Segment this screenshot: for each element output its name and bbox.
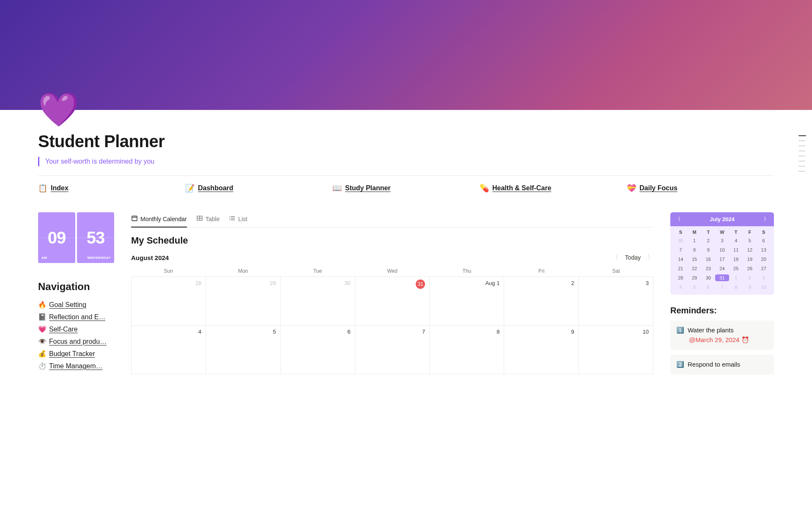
mini-cal-day[interactable]: 29 (688, 274, 702, 281)
mini-cal-day[interactable]: 7 (674, 247, 688, 253)
mini-cal-day[interactable]: 8 (688, 247, 702, 253)
schedule-prev-icon[interactable]: 〈 (612, 254, 618, 261)
mini-cal-day[interactable]: 5 (743, 237, 757, 244)
nav-row-icon: 💰 (38, 350, 47, 358)
top-nav-item[interactable]: 📖Study Planner (332, 184, 480, 193)
top-nav-item[interactable]: 💝Daily Focus (627, 184, 774, 193)
calendar-cell[interactable]: 3 (579, 277, 653, 326)
svg-point-9 (230, 218, 230, 219)
mini-cal-day[interactable]: 21 (674, 265, 688, 272)
reminder-date: @March 29, 2024 ⏰ (689, 335, 768, 345)
calendar-cell[interactable]: 31 (355, 277, 430, 326)
calendar-cell[interactable]: 6 (281, 326, 355, 374)
mini-cal-day[interactable]: 3 (757, 274, 771, 281)
mini-cal-day[interactable]: 23 (701, 265, 715, 272)
schedule-next-icon[interactable]: 〉 (647, 254, 653, 261)
reminder-card[interactable]: 1️⃣Water the plants@March 29, 2024 ⏰ (670, 321, 774, 350)
nav-row-label: Budget Tracker (49, 350, 95, 358)
calendar-cell[interactable]: 9 (504, 326, 579, 374)
clock-widget: 09 AM 53 WEDNESDAY (38, 212, 114, 263)
mini-cal-day[interactable]: 16 (701, 256, 715, 263)
reminder-text: Respond to emails (688, 360, 740, 370)
mini-cal-next-icon[interactable]: 〉 (764, 216, 769, 223)
mini-cal-prev-icon[interactable]: 〈 (675, 216, 680, 223)
mini-cal-day[interactable]: 4 (674, 284, 688, 290)
mini-cal-day[interactable]: 27 (757, 265, 771, 272)
mini-cal-day[interactable]: 30 (674, 237, 688, 244)
mini-cal-day[interactable]: 8 (729, 284, 743, 290)
mini-cal-day[interactable]: 30 (701, 274, 715, 281)
nav-row-icon: ⏱️ (38, 362, 47, 370)
calendar-cell[interactable]: 28 (132, 277, 206, 326)
calendar-cell[interactable]: 2 (504, 277, 579, 326)
top-nav-item[interactable]: 📝Dashboard (185, 184, 332, 193)
mini-cal-day[interactable]: 14 (674, 256, 688, 263)
nav-row[interactable]: 💰Budget Tracker (38, 348, 114, 360)
calendar-cell[interactable]: 4 (132, 326, 206, 374)
nav-row[interactable]: ⏱️Time Managem… (38, 360, 114, 372)
calendar-cell[interactable]: 7 (355, 326, 430, 374)
mini-cal-day[interactable]: 26 (743, 265, 757, 272)
mini-cal-day[interactable]: 2 (701, 237, 715, 244)
reminder-card[interactable]: 2️⃣Respond to emails (670, 355, 774, 375)
navigation-heading: Navigation (38, 281, 114, 293)
page-title: Student Planner (38, 110, 774, 151)
mini-cal-day[interactable]: 7 (715, 284, 729, 290)
mini-cal-day[interactable]: 10 (757, 284, 771, 290)
page-icon[interactable]: 💜 (38, 90, 79, 129)
mini-cal-day[interactable]: 20 (757, 256, 771, 263)
view-tab[interactable]: Table (196, 212, 219, 227)
calendar-cell[interactable]: 30 (281, 277, 355, 326)
mini-cal-day[interactable]: 24 (715, 265, 729, 272)
mini-cal-day[interactable]: 15 (688, 256, 702, 263)
schedule-today-button[interactable]: Today (625, 254, 641, 261)
calendar-cell[interactable]: Aug 1 (430, 277, 504, 326)
mini-calendar: 〈 July 2024 〉 SMTWTFS3012345678910111213… (670, 212, 774, 295)
nav-row[interactable]: 💗Self-Care (38, 323, 114, 335)
calendar-cell[interactable]: 29 (206, 277, 280, 326)
mini-cal-day[interactable]: 1 (688, 237, 702, 244)
mini-cal-day[interactable]: 3 (715, 237, 729, 244)
mini-cal-day[interactable]: 22 (688, 265, 702, 272)
nav-row[interactable]: 🔥Goal Setting (38, 299, 114, 311)
clock-hour: 09 (48, 228, 66, 247)
mini-cal-dow: S (757, 230, 771, 235)
view-tab[interactable]: List (229, 212, 247, 227)
calendar-cell[interactable]: 5 (206, 326, 280, 374)
nav-emoji-icon: 💝 (627, 184, 636, 193)
quote-block: Your self-worth is determined by you (38, 157, 774, 166)
mini-cal-day[interactable]: 18 (729, 256, 743, 263)
mini-cal-day[interactable]: 12 (743, 247, 757, 253)
mini-cal-day[interactable]: 9 (743, 284, 757, 290)
mini-cal-day[interactable]: 13 (757, 247, 771, 253)
mini-cal-day[interactable]: 11 (729, 247, 743, 253)
schedule-title: My Schedule (131, 235, 653, 246)
mini-cal-day[interactable]: 17 (715, 256, 729, 263)
calendar-day-number: 2 (571, 280, 574, 286)
svg-point-8 (230, 216, 230, 217)
navigation-list: 🔥Goal Setting📓Reflection and E…💗Self-Car… (38, 299, 114, 372)
nav-row-label: Goal Setting (49, 301, 86, 309)
mini-cal-day[interactable]: 25 (729, 265, 743, 272)
mini-cal-day[interactable]: 19 (743, 256, 757, 263)
mini-cal-day[interactable]: 31 (715, 274, 729, 281)
top-nav-item[interactable]: 💊Health & Self-Care (480, 184, 627, 193)
mini-cal-day[interactable]: 6 (757, 237, 771, 244)
outline-indicator[interactable] (798, 135, 806, 172)
mini-cal-day[interactable]: 28 (674, 274, 688, 281)
calendar-cell[interactable]: 10 (579, 326, 653, 374)
top-nav-item[interactable]: 📋Index (38, 184, 185, 193)
mini-cal-day[interactable]: 10 (715, 247, 729, 253)
view-tab[interactable]: Monthly Calendar (131, 212, 187, 227)
calendar-day-number: 3 (646, 280, 649, 286)
nav-row[interactable]: 👁️Focus and produ… (38, 335, 114, 348)
mini-cal-day[interactable]: 1 (729, 274, 743, 281)
calendar-cell[interactable]: 8 (430, 326, 504, 374)
calendar-body: 28293031Aug 12345678910 (131, 277, 653, 374)
mini-cal-day[interactable]: 5 (688, 284, 702, 290)
nav-row[interactable]: 📓Reflection and E… (38, 311, 114, 323)
mini-cal-day[interactable]: 4 (729, 237, 743, 244)
mini-cal-day[interactable]: 2 (743, 274, 757, 281)
mini-cal-day[interactable]: 6 (701, 284, 715, 290)
mini-cal-day[interactable]: 9 (701, 247, 715, 253)
